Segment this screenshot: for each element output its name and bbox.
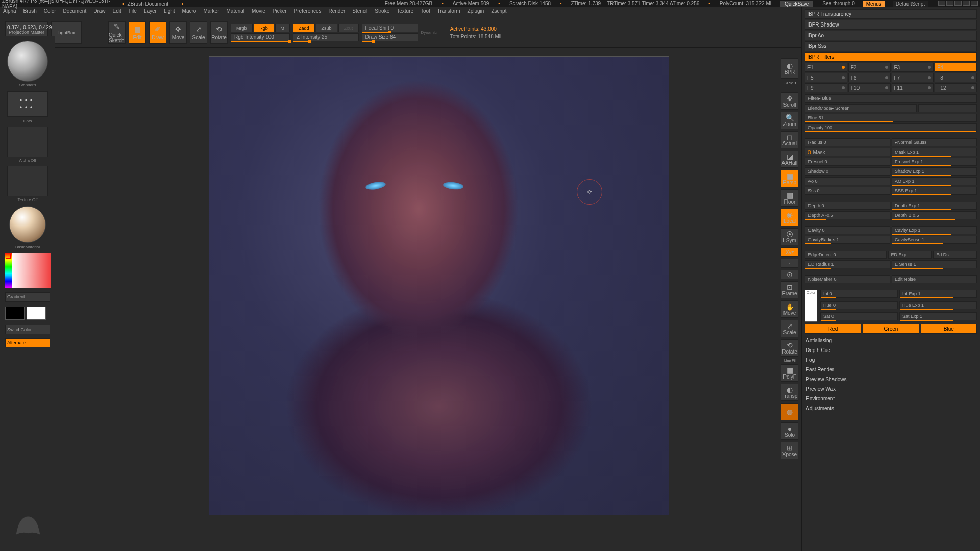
scale-mode-button[interactable]: ⤢Scale (190, 21, 207, 44)
transp-button[interactable]: ◐Transp (781, 384, 798, 401)
bpr-transparency-header[interactable]: BPR Transparency (805, 9, 977, 19)
texture-thumbnail[interactable]: Texture Off (2, 165, 53, 202)
z-intensity-slider[interactable]: Z Intensity 25 (293, 33, 359, 41)
frame-button[interactable]: ⊡Frame (781, 281, 798, 298)
fog-header[interactable]: Fog (805, 355, 977, 365)
ghost-button[interactable]: ◍ (781, 403, 798, 420)
cavity-radius-slider[interactable]: CavityRadius 1 (805, 236, 890, 244)
filter-color-swatch[interactable]: Color (805, 290, 817, 322)
polyf-button[interactable]: ▦PolyF (781, 364, 798, 382)
script-button[interactable]: DefaultScript (893, 1, 928, 7)
bpr-sss-header[interactable]: Bpr Sss (805, 41, 977, 51)
material-thumbnail[interactable]: BasicMaterial (2, 204, 53, 249)
center-button[interactable]: · (781, 259, 798, 268)
mask-slider[interactable]: 0Mask (805, 148, 890, 156)
window-close-icon[interactable] (971, 1, 978, 6)
menu-movie[interactable]: Movie (252, 8, 265, 14)
blue-channel-button[interactable]: Blue (921, 324, 977, 334)
filter-f3-button[interactable]: F3 (892, 63, 934, 72)
ao-exp-slider[interactable]: AO Exp 1 (892, 177, 977, 185)
bpr-ao-header[interactable]: Bpr Ao (805, 31, 977, 40)
environment-header[interactable]: Environment (805, 394, 977, 404)
depth-slider[interactable]: Depth 0 (805, 202, 890, 210)
cavity-exp-slider[interactable]: Cavity Exp 1 (892, 226, 977, 234)
previewwax-header[interactable]: Preview Wax (805, 384, 977, 394)
filter-f4-button[interactable]: F4 (935, 63, 977, 72)
seethrough-slider[interactable]: See-through 0 (822, 1, 854, 7)
fastrender-header[interactable]: Fast Render (805, 365, 977, 374)
gradient-button[interactable]: Gradient (5, 292, 50, 302)
depth-exp-slider[interactable]: Depth Exp 1 (892, 202, 977, 210)
red-channel-button[interactable]: Red (805, 324, 861, 334)
sss-exp-slider[interactable]: SSS Exp 1 (892, 187, 977, 195)
quick-sketch-button[interactable]: ✎Quick Sketch (108, 21, 126, 44)
sat-slider[interactable]: Sat 0 (820, 312, 898, 320)
hue-exp-slider[interactable]: Hue Exp 1 (899, 301, 977, 309)
rgb-intensity-slider[interactable]: Rgb Intensity 100 (231, 33, 290, 41)
filter-f10-button[interactable]: F10 (848, 83, 891, 92)
viewport-canvas[interactable] (209, 56, 669, 515)
stroke-thumbnail[interactable]: Dots (2, 89, 53, 123)
filter-f6-button[interactable]: F6 (848, 73, 891, 82)
antialiasing-header[interactable]: Antialiasing (805, 336, 977, 345)
ao-slider[interactable]: Ao 0 (805, 177, 890, 185)
filter-f2-button[interactable]: F2 (848, 63, 891, 72)
local-button[interactable]: ◉Local (781, 209, 798, 226)
fresnel-slider[interactable]: Fresnel 0 (805, 158, 890, 166)
pick-button[interactable]: ⊙ (781, 270, 798, 279)
normal-gauss-toggle[interactable]: ▸Normal Gauss (892, 138, 977, 146)
sss-slider[interactable]: Sss 0 (805, 187, 890, 195)
menu-tool[interactable]: Tool (421, 8, 430, 14)
edgedetect-slider[interactable]: EdgeDetect 0 (805, 251, 887, 259)
draw-mode-button[interactable]: ✐Draw (149, 21, 166, 44)
switchcolor-button[interactable]: SwitchColor (5, 325, 50, 334)
filter-f8-button[interactable]: F8 (935, 73, 977, 82)
brush-thumbnail[interactable]: Standard (2, 38, 53, 87)
edit-mode-button[interactable]: ▦Edit (129, 21, 146, 44)
menu-light[interactable]: Light (164, 8, 175, 14)
primary-color-swatch[interactable] (27, 307, 46, 320)
menu-zscript[interactable]: Zscript (491, 8, 506, 14)
menu-preferences[interactable]: Preferences (294, 8, 322, 14)
menu-material[interactable]: Material (227, 8, 245, 14)
zadd-button[interactable]: Zadd (293, 24, 315, 32)
filter-f7-button[interactable]: F7 (892, 73, 934, 82)
menu-marker[interactable]: Marker (203, 8, 219, 14)
menu-edit[interactable]: Edit (113, 8, 121, 14)
shadow-slider[interactable]: Shadow 0 (805, 167, 890, 176)
solo-button[interactable]: ●Solo (781, 422, 798, 440)
aahalf-button[interactable]: ◪AAHalf (781, 151, 798, 168)
int-slider[interactable]: Int 0 (820, 290, 898, 298)
lsym-button[interactable]: ⦿LSym (781, 228, 798, 245)
adjustments-header[interactable]: Adjustments (805, 404, 977, 413)
xyz-button[interactable]: Xyz (781, 247, 798, 257)
menu-macro[interactable]: Macro (182, 8, 197, 14)
spix-slider[interactable]: SPix 3 (781, 81, 799, 85)
shadow-exp-slider[interactable]: Shadow Exp 1 (892, 167, 977, 176)
bpr-filters-header[interactable]: BPR Filters (805, 52, 977, 62)
cavity-sense-slider[interactable]: CavitySense 1 (892, 236, 977, 244)
quicksave-button[interactable]: QuickSave (780, 1, 813, 7)
blue-slider[interactable]: Blue 51 (805, 114, 977, 122)
cavity-slider[interactable]: Cavity 0 (805, 226, 890, 234)
mask-exp-slider[interactable]: Mask Exp 1 (892, 148, 977, 156)
menu-zplugin[interactable]: Zplugin (468, 8, 484, 14)
previewshadows-header[interactable]: Preview Shadows (805, 374, 977, 384)
menu-layer[interactable]: Layer (144, 8, 157, 14)
nav-rotate-button[interactable]: ⟲Rotate (781, 339, 798, 357)
filter-f5-button[interactable]: F5 (805, 73, 847, 82)
alternate-button[interactable]: Alternate (5, 338, 50, 347)
int-exp-slider[interactable]: Int Exp 1 (899, 290, 977, 298)
menus-button[interactable]: Menus (863, 1, 885, 7)
actual-button[interactable]: ◻Actual (781, 131, 798, 148)
menu-alpha[interactable]: Alpha (3, 8, 16, 14)
rotate-mode-button[interactable]: ⟲Rotate (210, 21, 228, 44)
fresnel-exp-slider[interactable]: Fresnel Exp 1 (892, 158, 977, 166)
blendmode-button[interactable]: BlendMode▸ Screen (805, 104, 917, 112)
menu-picker[interactable]: Picker (273, 8, 287, 14)
alpha-thumbnail[interactable]: Alpha Off (2, 126, 53, 163)
menu-brush[interactable]: Brush (23, 8, 37, 14)
edit-noise-button[interactable]: Edit Noise (892, 275, 977, 283)
draw-size-slider[interactable]: Draw Size 64 (362, 33, 418, 41)
m-button[interactable]: M (275, 24, 290, 32)
